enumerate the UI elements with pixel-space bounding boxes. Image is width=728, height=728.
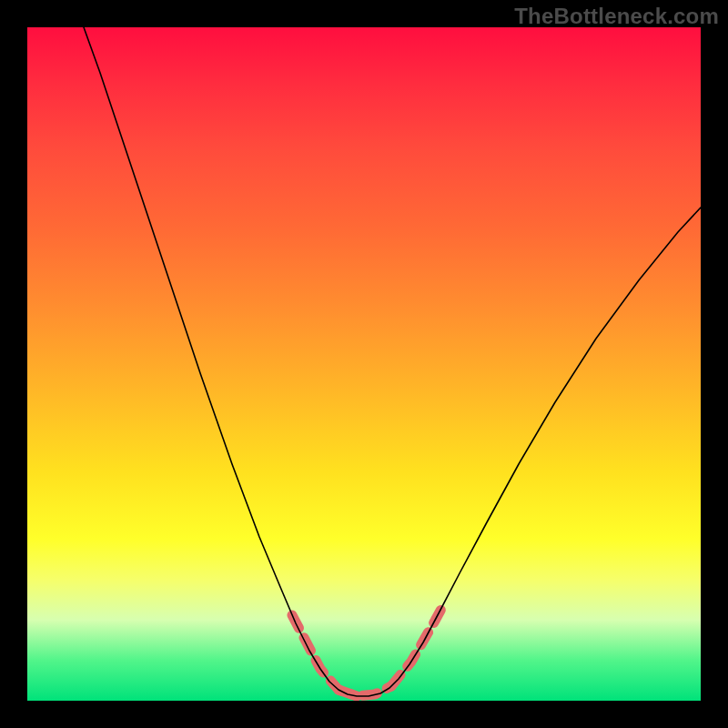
watermark-text: TheBottleneck.com (514, 4, 719, 29)
plot-area (27, 27, 701, 701)
highlight-descending (292, 615, 357, 696)
curve-svg (27, 27, 701, 701)
highlight-ascending (391, 601, 446, 686)
bottleneck-curve (84, 27, 701, 696)
chart-frame: TheBottleneck.com (0, 0, 728, 728)
